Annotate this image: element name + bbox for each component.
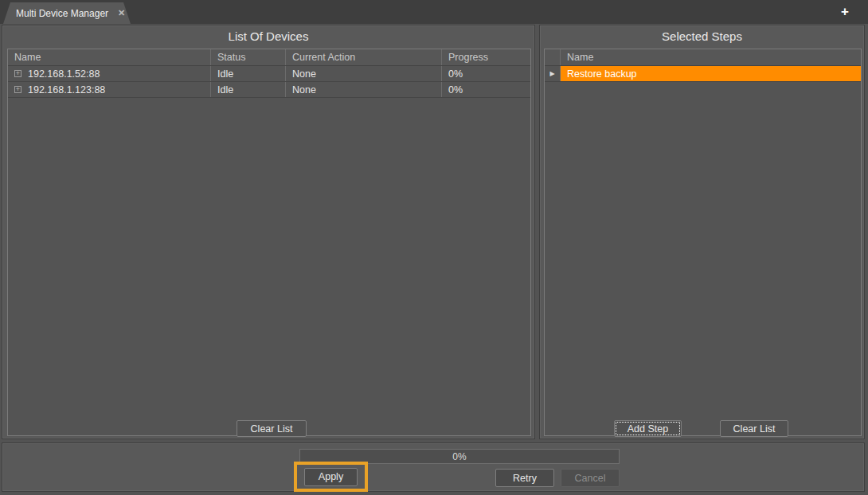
device-progress-cell: 0%: [442, 66, 530, 81]
tab-multi-device-manager[interactable]: Multi Device Manager ✕: [3, 2, 131, 24]
column-header-status[interactable]: Status: [211, 49, 286, 65]
expand-icon[interactable]: +: [14, 86, 22, 93]
progress-value: 0%: [452, 451, 466, 462]
device-name-cell: + 192.168.1.123:88: [8, 82, 211, 97]
column-header-action[interactable]: Current Action: [286, 49, 442, 65]
device-action-cell: None: [286, 82, 442, 97]
device-name-cell: + 192.168.1.52:88: [8, 66, 211, 81]
retry-button[interactable]: Retry: [495, 469, 554, 487]
tab-close-icon[interactable]: ✕: [118, 8, 125, 18]
steps-clear-list-button[interactable]: Clear List: [720, 420, 788, 437]
selected-step-cell: Restore backup: [561, 66, 861, 81]
devices-table-header: Name Status Current Action Progress: [8, 49, 530, 66]
new-tab-icon[interactable]: +: [836, 3, 854, 21]
steps-header-gutter: [545, 49, 561, 65]
apply-button[interactable]: Apply: [304, 468, 358, 486]
device-row[interactable]: + 192.168.1.52:88 Idle None 0%: [8, 66, 530, 82]
step-row-gutter: ▶: [545, 66, 561, 81]
steps-panel: Selected Steps Name ▶ Restore backup Add…: [539, 25, 865, 439]
steps-table-header: Name: [545, 49, 861, 66]
step-row[interactable]: ▶ Restore backup: [545, 66, 861, 82]
tab-title: Multi Device Manager: [16, 8, 108, 19]
cancel-button: Cancel: [561, 469, 620, 487]
devices-panel-title: List Of Devices: [2, 29, 534, 43]
devices-panel: List Of Devices Name Status Current Acti…: [2, 25, 535, 439]
devices-table: Name Status Current Action Progress + 19…: [7, 49, 531, 436]
column-header-name[interactable]: Name: [8, 49, 211, 65]
device-name: 192.168.1.123:88: [28, 84, 105, 95]
device-progress-cell: 0%: [442, 82, 530, 97]
multi-device-manager-window: Multi Device Manager ✕ + List Of Devices…: [0, 0, 868, 495]
add-step-button[interactable]: Add Step: [614, 420, 682, 437]
devices-clear-list-button[interactable]: Clear List: [237, 420, 307, 437]
apply-highlight-annotation: Apply: [294, 462, 368, 492]
device-status-cell: Idle: [211, 82, 286, 97]
expand-icon[interactable]: +: [14, 70, 22, 77]
column-header-progress[interactable]: Progress: [442, 49, 530, 65]
device-name: 192.168.1.52:88: [28, 68, 100, 80]
tab-bar: Multi Device Manager ✕ +: [0, 0, 868, 24]
steps-table: Name ▶ Restore backup: [544, 49, 862, 436]
device-row[interactable]: + 192.168.1.123:88 Idle None 0%: [8, 82, 530, 98]
footer-panel: 0% Apply Retry Cancel: [2, 442, 865, 492]
steps-panel-title: Selected Steps: [540, 29, 864, 43]
device-status-cell: Idle: [211, 66, 286, 81]
device-action-cell: None: [286, 66, 442, 81]
column-header-step-name[interactable]: Name: [561, 49, 861, 65]
row-indicator-icon: ▶: [549, 70, 554, 77]
